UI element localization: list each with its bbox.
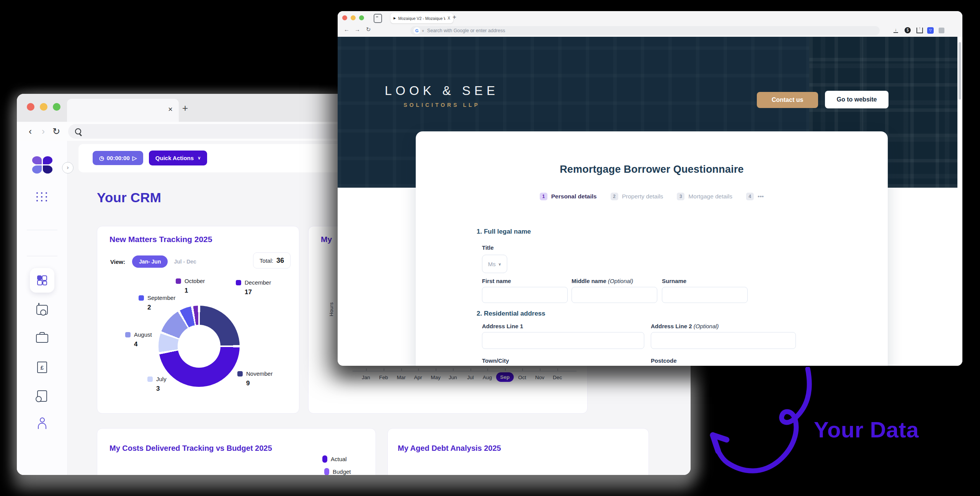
- brand-logo: LOOK & SEE SOLICITORS LLP: [385, 83, 499, 108]
- new-matters-card: New Matters Tracking 2025 View: Jan- Jun…: [97, 226, 299, 414]
- step-personal-details[interactable]: 1 Personal details: [540, 193, 597, 200]
- sidebar-expand-button[interactable]: ›: [62, 162, 74, 174]
- town-label: Town/City: [482, 357, 509, 364]
- first-name-label: First name: [482, 278, 511, 284]
- step-more[interactable]: 4 •••: [746, 193, 764, 200]
- total-label: Total:: [260, 257, 273, 264]
- page-title: Your CRM: [97, 190, 161, 205]
- sidebar-item-matters[interactable]: [17, 331, 67, 343]
- step-number: 2: [611, 193, 618, 200]
- address-bar[interactable]: [68, 124, 345, 139]
- month-tick-jan[interactable]: Jan: [358, 375, 374, 380]
- step-property-details[interactable]: 2 Property details: [611, 193, 663, 200]
- legend-label: Actual: [331, 456, 347, 462]
- card-title: New Matters Tracking 2025: [109, 235, 212, 244]
- browser-tab[interactable]: ▶ Mozaique V2 - Mozaique Websi X: [390, 13, 453, 23]
- tab-close-icon[interactable]: X: [448, 16, 450, 20]
- tab-title: Mozaique V2 - Mozaique Websi: [398, 16, 445, 21]
- person-icon: [38, 417, 47, 427]
- reload-icon[interactable]: ↻: [50, 126, 63, 137]
- month-tick-nov[interactable]: Nov: [531, 375, 548, 380]
- close-window-button[interactable]: [342, 15, 347, 20]
- address-bar[interactable]: G ∨ Search with Google or enter address: [410, 26, 880, 35]
- axis-tick: [557, 368, 558, 371]
- forward-icon[interactable]: →: [354, 26, 360, 33]
- password-extension-icon[interactable]: ▽: [927, 27, 934, 34]
- surname-input[interactable]: [662, 287, 748, 303]
- website-browser-window: ▶ Mozaique V2 - Mozaique Websi X + ← → ↻…: [338, 11, 962, 366]
- month-tick-aug[interactable]: Aug: [479, 375, 496, 380]
- range-toggle-jan-jun[interactable]: Jan- Jun: [132, 255, 168, 268]
- legend-item-budget: Budget: [324, 468, 351, 475]
- sidebar-item-billing[interactable]: £: [17, 362, 67, 373]
- maximize-window-button[interactable]: [53, 103, 60, 111]
- month-tick-jul[interactable]: Jul: [462, 375, 479, 380]
- title-label: Title: [482, 244, 494, 251]
- address2-input[interactable]: [651, 332, 796, 349]
- donut-chart[interactable]: [158, 306, 240, 387]
- title-select-value: Ms: [488, 261, 496, 267]
- hand-drawn-arrow: [704, 367, 818, 489]
- forward-icon[interactable]: ›: [37, 126, 50, 137]
- timer-button[interactable]: ◷ 00:00:00 ▷: [93, 151, 143, 165]
- month-tick-mar[interactable]: Mar: [393, 375, 410, 380]
- sidebar-item-contacts[interactable]: [17, 417, 67, 427]
- address1-input[interactable]: [482, 332, 644, 349]
- first-name-input[interactable]: [482, 287, 568, 303]
- month-tick-sep-highlighted[interactable]: Sep: [496, 372, 514, 382]
- legend-swatch: [139, 295, 144, 301]
- scrollbar[interactable]: [957, 37, 962, 366]
- chevron-down-icon: ∨: [498, 262, 501, 266]
- back-icon[interactable]: ←: [344, 26, 350, 33]
- step-indicator: 1 Personal details 2 Property details 3 …: [416, 193, 888, 200]
- title-select[interactable]: Ms ∨: [482, 255, 507, 273]
- legend-label: December: [245, 279, 271, 286]
- legend-label: November: [246, 370, 273, 377]
- minimize-window-button[interactable]: [351, 15, 356, 20]
- maximize-window-button[interactable]: [359, 15, 364, 20]
- sidebar-toggle-icon[interactable]: [374, 14, 382, 23]
- middle-name-label-text: Middle name: [572, 278, 606, 284]
- legend-swatch: [237, 371, 243, 377]
- axis-tick: [540, 368, 541, 371]
- reload-icon[interactable]: ↻: [366, 26, 371, 33]
- card-title: My: [321, 235, 332, 244]
- scrollbar-thumb[interactable]: [959, 42, 961, 100]
- extension-icon[interactable]: [939, 28, 944, 33]
- month-tick-feb[interactable]: Feb: [375, 375, 392, 380]
- briefcase-icon: [36, 334, 48, 343]
- month-tick-oct[interactable]: Oct: [514, 375, 531, 380]
- range-toggle-jul-dec[interactable]: Jul - Dec: [174, 259, 196, 265]
- month-tick-apr[interactable]: Apr: [410, 375, 426, 380]
- go-to-website-button[interactable]: Go to website: [825, 91, 889, 108]
- axis-tick: [453, 368, 454, 371]
- axis-tick: [401, 368, 402, 371]
- sidebar-item-apps[interactable]: [17, 192, 67, 201]
- middle-name-input[interactable]: [572, 287, 657, 303]
- x-axis-line: [353, 371, 577, 372]
- month-tick-dec[interactable]: Dec: [549, 375, 566, 380]
- step-mortgage-details[interactable]: 3 Mortgage details: [677, 193, 732, 200]
- sidebar-item-history[interactable]: [17, 390, 67, 402]
- downloads-icon[interactable]: ↓: [893, 28, 898, 33]
- browser-tab[interactable]: ×: [67, 99, 179, 122]
- tab-close-icon[interactable]: ×: [168, 105, 173, 114]
- quick-actions-button[interactable]: Quick Actions ∨: [149, 151, 207, 165]
- minimize-window-button[interactable]: [40, 103, 47, 111]
- back-icon[interactable]: ‹: [24, 126, 37, 137]
- share-icon[interactable]: ↑: [916, 28, 923, 33]
- close-window-button[interactable]: [27, 103, 34, 111]
- sidebar-item-dashboard[interactable]: [30, 268, 54, 293]
- chevron-down-icon: ∨: [422, 29, 424, 33]
- wallet-extension-icon[interactable]: $: [905, 27, 911, 33]
- search-icon: [75, 128, 81, 134]
- new-tab-button[interactable]: +: [182, 102, 188, 114]
- sidebar-item-calendar[interactable]: [17, 305, 67, 315]
- legend-value: 3: [156, 385, 167, 393]
- step-label: Property details: [622, 193, 663, 200]
- legend-label: August: [134, 331, 152, 338]
- contact-us-button[interactable]: Contact us: [757, 92, 818, 108]
- month-tick-may[interactable]: May: [427, 375, 444, 380]
- new-tab-button[interactable]: +: [452, 13, 456, 21]
- month-tick-jun[interactable]: Jun: [444, 375, 461, 380]
